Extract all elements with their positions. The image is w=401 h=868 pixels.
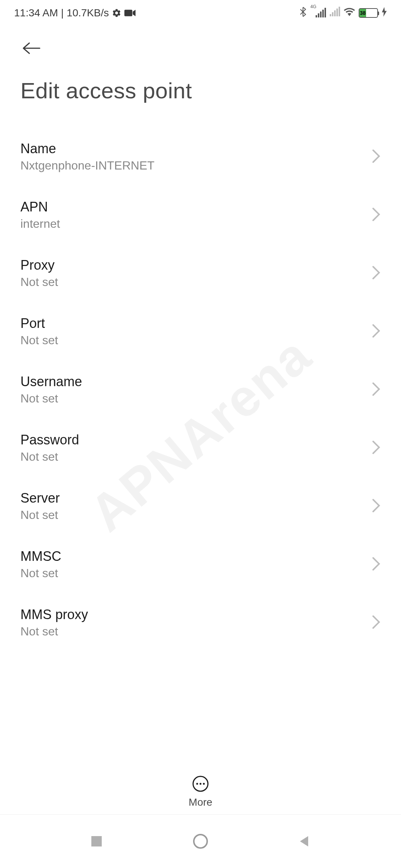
row-server[interactable]: Server Not set xyxy=(0,477,401,535)
row-label: Server xyxy=(20,490,60,506)
status-data-rate: 10.7KB/s xyxy=(67,7,109,19)
svg-point-3 xyxy=(199,783,201,785)
row-value: Not set xyxy=(20,333,58,347)
navigation-bar xyxy=(0,814,401,868)
svg-rect-5 xyxy=(91,836,102,846)
row-value: Not set xyxy=(20,392,82,405)
row-label: MMSC xyxy=(20,549,61,564)
svg-point-4 xyxy=(203,783,205,785)
bottom-action-bar: More xyxy=(0,770,401,814)
row-value: Nxtgenphone-INTERNET xyxy=(20,159,154,172)
bluetooth-icon xyxy=(299,7,307,20)
chevron-right-icon xyxy=(372,556,381,573)
back-button[interactable] xyxy=(20,37,43,59)
camera-icon xyxy=(124,9,136,17)
svg-point-6 xyxy=(194,835,207,848)
more-button[interactable]: More xyxy=(189,776,212,808)
svg-rect-0 xyxy=(124,10,132,16)
chevron-right-icon xyxy=(372,440,381,456)
row-label: Username xyxy=(20,374,82,389)
signal-4g-icon: 4G xyxy=(310,9,326,17)
row-username[interactable]: Username Not set xyxy=(0,361,401,419)
status-bar: 11:34 AM | 10.7KB/s 4G xyxy=(0,0,401,26)
status-separator: | xyxy=(61,7,63,19)
row-value: Not set xyxy=(20,625,88,638)
nav-recents-button[interactable] xyxy=(82,826,111,856)
row-mms-proxy[interactable]: MMS proxy Not set xyxy=(0,594,401,652)
row-label: Password xyxy=(20,432,79,448)
chevron-right-icon xyxy=(372,382,381,398)
header xyxy=(0,26,401,63)
signal-secondary-icon xyxy=(330,7,340,19)
row-value: Not set xyxy=(20,566,61,580)
row-mmsc[interactable]: MMSC Not set xyxy=(0,535,401,594)
row-value: internet xyxy=(20,217,60,231)
row-port[interactable]: Port Not set xyxy=(0,302,401,361)
settings-list: Name Nxtgenphone-INTERNET APN internet P… xyxy=(0,115,401,652)
nav-back-button[interactable] xyxy=(290,826,319,856)
fade-overlay xyxy=(0,755,401,770)
row-apn[interactable]: APN internet xyxy=(0,186,401,244)
row-value: Not set xyxy=(20,275,58,289)
status-time: 11:34 AM xyxy=(14,7,58,19)
row-label: MMS proxy xyxy=(20,607,88,622)
chevron-right-icon xyxy=(372,265,381,282)
row-label: Port xyxy=(20,316,58,331)
chevron-right-icon xyxy=(372,149,381,165)
wifi-icon xyxy=(344,7,355,19)
svg-point-2 xyxy=(196,783,198,785)
nav-home-button[interactable] xyxy=(186,826,215,856)
chevron-right-icon xyxy=(372,207,381,223)
row-value: Not set xyxy=(20,508,60,522)
more-icon xyxy=(192,776,209,793)
row-name[interactable]: Name Nxtgenphone-INTERNET xyxy=(0,128,401,186)
row-label: APN xyxy=(20,199,60,215)
chevron-right-icon xyxy=(372,498,381,514)
charging-icon xyxy=(382,7,387,19)
row-password[interactable]: Password Not set xyxy=(0,419,401,477)
chevron-right-icon xyxy=(372,615,381,631)
row-proxy[interactable]: Proxy Not set xyxy=(0,244,401,302)
gear-icon xyxy=(112,8,121,18)
row-label: Name xyxy=(20,141,154,157)
battery-icon: 38 xyxy=(359,8,378,18)
chevron-right-icon xyxy=(372,323,381,340)
more-label: More xyxy=(189,796,212,808)
page-title: Edit access point xyxy=(0,63,401,115)
row-label: Proxy xyxy=(20,257,58,273)
row-value: Not set xyxy=(20,450,79,464)
